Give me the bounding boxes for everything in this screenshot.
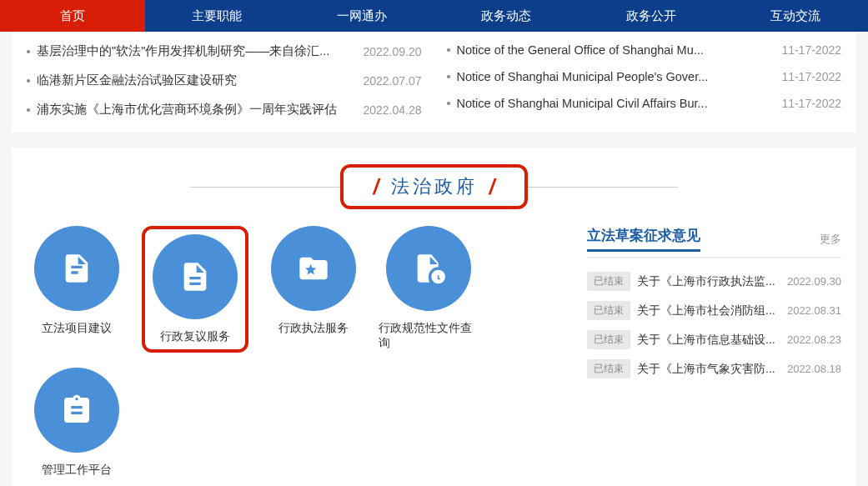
- icon-label: 行政执法服务: [278, 321, 349, 336]
- news-item[interactable]: Notice of Shanghai Municipal People's Go…: [447, 63, 842, 90]
- news-section: 基层治理中的"软法"作用发挥机制研究——来自徐汇... 2022.09.20 临…: [12, 32, 856, 133]
- status-badge: 已结束: [587, 272, 630, 291]
- consult-item[interactable]: 已结束 关于《上海市社会消防组... 2022.08.31: [587, 296, 841, 325]
- news-title: Notice of Shanghai Municipal People's Go…: [457, 70, 772, 83]
- service-legislation-suggestion[interactable]: 立法项目建议: [27, 226, 127, 336]
- slash-icon: /: [489, 175, 495, 199]
- news-title: Notice of Shanghai Municipal Civil Affai…: [457, 97, 772, 110]
- consult-item[interactable]: 已结束 关于《上海市行政执法监... 2022.09.30: [587, 267, 841, 296]
- news-item[interactable]: 临港新片区金融法治试验区建设研究 2022.07.07: [27, 66, 422, 95]
- consult-date: 2022.08.23: [787, 333, 841, 346]
- news-title: 浦东实施《上海市优化营商环境条例》一周年实践评估: [37, 102, 353, 118]
- service-admin-enforcement[interactable]: 行政执法服务: [263, 226, 364, 336]
- nav-home[interactable]: 首页: [0, 0, 145, 32]
- bullet-icon: [447, 48, 450, 52]
- news-title: Notice of the General Office of Shanghai…: [457, 43, 772, 57]
- news-date: 11-17-2022: [781, 43, 841, 57]
- service-normative-docs[interactable]: 行政规范性文件查询: [379, 226, 479, 351]
- consult-item[interactable]: 已结束 关于《上海市气象灾害防... 2022.08.18: [587, 354, 841, 383]
- service-admin-review[interactable]: 行政复议服务: [142, 226, 248, 353]
- news-date: 2022.07.07: [363, 74, 421, 88]
- consult-date: 2022.09.30: [787, 275, 841, 288]
- news-item[interactable]: 基层治理中的"软法"作用发挥机制研究——来自徐汇... 2022.09.20: [27, 37, 422, 66]
- consult-text: 关于《上海市气象灾害防...: [637, 362, 780, 377]
- nav-functions[interactable]: 主要职能: [145, 0, 290, 32]
- icon-label: 管理工作平台: [42, 463, 112, 478]
- clipboard-icon: [34, 368, 119, 453]
- highlight-box: / 法治政府 /: [340, 164, 529, 209]
- consult-text: 关于《上海市信息基础设...: [637, 333, 780, 348]
- news-title: 基层治理中的"软法"作用发挥机制研究——来自徐汇...: [37, 43, 353, 59]
- news-item[interactable]: Notice of the General Office of Shanghai…: [447, 37, 842, 63]
- divider: [190, 187, 340, 188]
- status-badge: 已结束: [587, 330, 630, 349]
- law-government-section: / 法治政府 / 立法项目建议 行政复议服务: [12, 148, 856, 486]
- bullet-icon: [27, 50, 30, 53]
- status-badge: 已结束: [587, 301, 630, 320]
- draft-consultation-section: 立法草案征求意见 更多 已结束 关于《上海市行政执法监... 2022.09.3…: [587, 226, 841, 478]
- news-date: 2022.04.28: [363, 103, 421, 117]
- consult-date: 2022.08.31: [787, 304, 841, 317]
- news-item[interactable]: 浦东实施《上海市优化营商环境条例》一周年实践评估 2022.04.28: [27, 95, 422, 124]
- bullet-icon: [447, 102, 450, 105]
- consult-item[interactable]: 已结束 关于《上海市信息基础设... 2022.08.23: [587, 325, 841, 354]
- service-management-platform[interactable]: 管理工作平台: [27, 368, 127, 478]
- nav-affairs-news[interactable]: 政务动态: [434, 0, 580, 32]
- status-badge: 已结束: [587, 359, 630, 378]
- nav-affairs-open[interactable]: 政务公开: [579, 0, 724, 32]
- service-icons-row: 立法项目建议 行政复议服务 行政执法服务 行政规范性文件查询: [27, 226, 567, 478]
- document-edit-icon: [34, 226, 119, 311]
- bullet-icon: [27, 79, 30, 83]
- consult-text: 关于《上海市行政执法监...: [637, 274, 780, 289]
- bullet-icon: [447, 75, 450, 78]
- icon-label: 行政规范性文件查询: [379, 321, 479, 351]
- folder-star-icon: [271, 226, 356, 311]
- main-nav: 首页 主要职能 一网通办 政务动态 政务公开 互动交流: [0, 0, 868, 32]
- news-date: 11-17-2022: [781, 97, 841, 110]
- document-icon: [153, 234, 238, 319]
- section-title: 法治政府: [379, 174, 489, 199]
- news-item[interactable]: Notice of Shanghai Municipal Civil Affai…: [447, 90, 842, 117]
- section-heading: / 法治政府 /: [27, 164, 841, 209]
- bullet-icon: [27, 108, 30, 112]
- news-right-column: Notice of the General Office of Shanghai…: [447, 37, 842, 124]
- icon-label: 立法项目建议: [42, 321, 112, 336]
- news-left-column: 基层治理中的"软法"作用发挥机制研究——来自徐汇... 2022.09.20 临…: [27, 37, 422, 124]
- document-clock-icon: [386, 226, 471, 311]
- consult-date: 2022.08.18: [787, 363, 841, 375]
- news-title: 临港新片区金融法治试验区建设研究: [37, 73, 353, 88]
- news-date: 2022.09.20: [363, 45, 421, 58]
- nav-one-net[interactable]: 一网通办: [289, 0, 434, 32]
- consult-title: 立法草案征求意见: [587, 226, 700, 252]
- consult-text: 关于《上海市社会消防组...: [637, 303, 780, 318]
- news-date: 11-17-2022: [781, 70, 841, 83]
- nav-interaction[interactable]: 互动交流: [724, 0, 869, 32]
- more-link[interactable]: 更多: [820, 232, 841, 247]
- icon-label: 行政复议服务: [160, 329, 230, 344]
- divider: [528, 187, 678, 188]
- slash-icon: /: [374, 175, 379, 199]
